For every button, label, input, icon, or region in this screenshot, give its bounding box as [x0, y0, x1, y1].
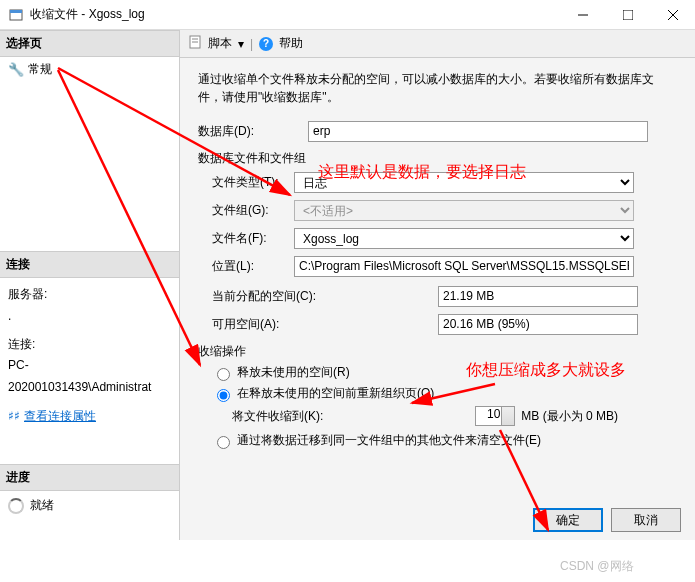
allocated-value: 21.19 MB: [438, 286, 638, 307]
available-label: 可用空间(A):: [198, 316, 438, 333]
location-field: [294, 256, 634, 277]
view-connection-props-link[interactable]: 查看连接属性: [24, 406, 96, 428]
connection-body: 服务器: . 连接: PC-202001031439\Administrat ♯…: [0, 278, 179, 434]
minimize-button[interactable]: [560, 0, 605, 30]
database-label: 数据库(D):: [198, 123, 308, 140]
connection-header: 连接: [0, 251, 179, 278]
description-text: 通过收缩单个文件释放未分配的空间，可以减小数据库的大小。若要收缩所有数据库文件，…: [198, 70, 677, 106]
page-general[interactable]: 🔧 常规: [0, 57, 179, 82]
shrinkto-spinner[interactable]: 10: [475, 406, 515, 426]
connection-icon: ♯♯: [8, 406, 20, 428]
reorganize-radio[interactable]: [217, 389, 230, 402]
files-group-title: 数据库文件和文件组: [198, 150, 677, 167]
progress-status: 就绪: [30, 497, 54, 514]
allocated-label: 当前分配的空间(C):: [198, 288, 438, 305]
toolbar-separator: |: [250, 37, 253, 51]
shrink-action-title: 收缩操作: [198, 343, 677, 360]
ok-button[interactable]: 确定: [533, 508, 603, 532]
location-label: 位置(L):: [198, 258, 294, 275]
server-value: .: [8, 306, 171, 328]
conn-value: PC-202001031439\Administrat: [8, 355, 171, 398]
app-icon: [8, 7, 24, 23]
reorganize-label: 在释放未使用的空间前重新组织页(O): [237, 385, 434, 402]
filegroup-select[interactable]: <不适用>: [294, 200, 634, 221]
svg-rect-3: [623, 10, 633, 20]
server-label: 服务器:: [8, 284, 171, 306]
content-area: 通过收缩单个文件释放未分配的空间，可以减小数据库的大小。若要收缩所有数据库文件，…: [180, 58, 695, 540]
close-button[interactable]: [650, 0, 695, 30]
watermark: CSDN @网络: [560, 558, 634, 575]
wrench-icon: 🔧: [8, 62, 24, 77]
filename-select[interactable]: Xgoss_log: [294, 228, 634, 249]
select-page-header: 选择页: [0, 30, 179, 57]
available-value: 20.16 MB (95%): [438, 314, 638, 335]
conn-label: 连接:: [8, 334, 171, 356]
release-unused-radio[interactable]: [217, 368, 230, 381]
shrinkto-suffix: MB (最小为 0 MB): [521, 408, 618, 425]
script-dropdown-icon[interactable]: ▾: [238, 37, 244, 51]
filetype-label: 文件类型(T):: [198, 174, 294, 191]
svg-rect-1: [10, 10, 22, 13]
progress-header: 进度: [0, 464, 179, 491]
page-general-label: 常规: [28, 61, 52, 78]
empty-file-label: 通过将数据迁移到同一文件组中的其他文件来清空文件(E): [237, 432, 541, 449]
left-pane: 选择页 🔧 常规 连接 服务器: . 连接: PC-202001031439\A…: [0, 30, 180, 540]
maximize-button[interactable]: [605, 0, 650, 30]
window-title: 收缩文件 - Xgoss_log: [30, 6, 560, 23]
script-button[interactable]: 脚本: [208, 35, 232, 52]
help-icon: ?: [259, 37, 273, 51]
filetype-select[interactable]: 日志: [294, 172, 634, 193]
filename-label: 文件名(F):: [198, 230, 294, 247]
empty-file-radio[interactable]: [217, 436, 230, 449]
progress-spinner-icon: [8, 498, 24, 514]
help-button[interactable]: 帮助: [279, 35, 303, 52]
database-field: [308, 121, 648, 142]
script-icon: [188, 35, 202, 52]
filegroup-label: 文件组(G):: [198, 202, 294, 219]
release-unused-label: 释放未使用的空间(R): [237, 364, 350, 381]
toolbar: 脚本 ▾ | ? 帮助: [180, 30, 695, 58]
cancel-button[interactable]: 取消: [611, 508, 681, 532]
title-bar: 收缩文件 - Xgoss_log: [0, 0, 695, 30]
shrinkto-label: 将文件收缩到(K):: [232, 408, 323, 425]
